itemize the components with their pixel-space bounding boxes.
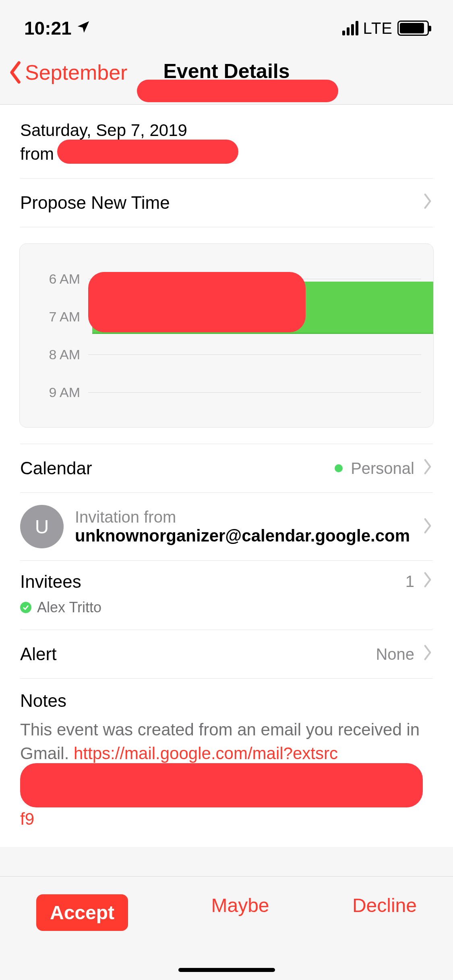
nav-header: September Event Details (0, 56, 453, 105)
alert-row[interactable]: Alert None (0, 630, 453, 678)
chevron-right-icon (422, 193, 433, 213)
redaction-mark (137, 80, 338, 102)
signal-icon (342, 21, 358, 35)
calendar-label: Calendar (20, 458, 92, 478)
organizer-email: unknownorganizer@calendar.google.com (75, 526, 411, 546)
propose-new-time-label: Propose New Time (20, 193, 170, 213)
invitees-row[interactable]: Invitees 1 Alex Tritto (0, 561, 453, 630)
battery-icon (397, 21, 429, 36)
organizer-row[interactable]: U Invitation from unknownorganizer@calen… (0, 493, 453, 560)
location-icon (76, 17, 91, 39)
page-title: Event Details (0, 56, 453, 83)
invitees-count: 1 (405, 572, 414, 591)
response-toolbar: Accept Maybe Decline (0, 876, 453, 980)
timeline-hour: 6 AM (36, 271, 80, 287)
notes-link-tail[interactable]: f9 (20, 809, 34, 828)
event-date-block: Saturday, Sep 7, 2019 from (0, 105, 453, 178)
chevron-right-icon (422, 644, 433, 665)
timeline-hour: 8 AM (36, 347, 80, 362)
network-label: LTE (363, 19, 393, 37)
invitation-from-label: Invitation from (75, 508, 411, 526)
propose-new-time-row[interactable]: Propose New Time (0, 179, 453, 227)
avatar: U (20, 505, 64, 548)
check-icon (20, 602, 31, 613)
chevron-right-icon (422, 517, 433, 536)
status-time: 10:21 (24, 17, 72, 39)
chevron-right-icon (422, 458, 433, 479)
chevron-right-icon (422, 571, 433, 592)
invitee-item: Alex Tritto (20, 599, 433, 616)
redaction-mark (20, 763, 423, 807)
invitees-label: Invitees (20, 572, 81, 592)
timeline-preview: 6 AM 7 AM 8 AM 9 AM Fligh (19, 243, 434, 428)
timeline-hour: 9 AM (36, 385, 80, 400)
calendar-row[interactable]: Calendar Personal (0, 444, 453, 492)
home-indicator[interactable] (178, 968, 275, 972)
alert-label: Alert (20, 644, 56, 664)
avatar-initial: U (35, 516, 49, 538)
event-from-label: from (20, 144, 54, 164)
calendar-value: Personal (351, 459, 414, 478)
notes-link[interactable]: https://mail.google.com/mail?extsrc (74, 744, 338, 763)
timeline-hour: 7 AM (36, 309, 80, 325)
invitee-name: Alex Tritto (37, 599, 101, 616)
calendar-color-dot (335, 464, 343, 472)
maybe-button[interactable]: Maybe (211, 894, 269, 916)
notes-block: Notes This event was created from an ema… (0, 679, 453, 847)
accept-button[interactable]: Accept (36, 894, 128, 931)
event-date: Saturday, Sep 7, 2019 (20, 121, 433, 140)
decline-button[interactable]: Decline (352, 894, 417, 916)
redaction-mark (88, 272, 306, 332)
redaction-mark (57, 140, 238, 164)
notes-label: Notes (20, 691, 433, 711)
status-bar: 10:21 LTE (0, 0, 453, 56)
alert-value: None (376, 645, 414, 663)
